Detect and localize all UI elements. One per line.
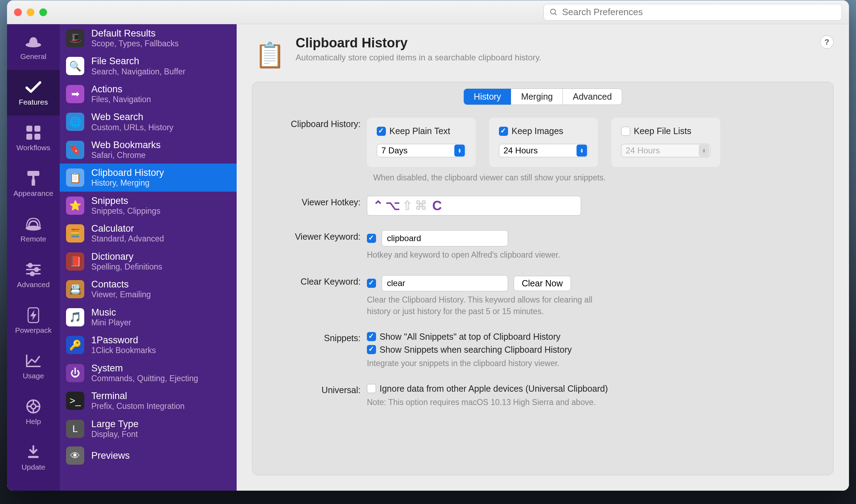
file-lists-duration-select: 24 Hours▴▾	[621, 144, 710, 157]
label-snippets: Snippets:	[270, 332, 367, 343]
minimize-button[interactable]	[27, 8, 34, 16]
feature-system[interactable]: ⏻SystemCommands, Quitting, Ejecting	[60, 359, 237, 387]
shift-modifier-icon: ⇧	[402, 198, 413, 213]
feature-terminal[interactable]: >_TerminalPrefix, Custom Integration	[60, 387, 237, 415]
grid-icon	[24, 125, 43, 141]
feature-icon: ➡	[66, 85, 84, 103]
feature-icon: 🧮	[66, 224, 84, 243]
card-file-lists: Keep File Lists 24 Hours▴▾	[611, 118, 720, 167]
feature-file-search[interactable]: 🔍File SearchSearch, Navigation, Buffer	[60, 52, 237, 80]
select-arrows-icon: ▴▾	[454, 145, 465, 157]
search-preferences[interactable]	[544, 4, 842, 21]
page-header: 📋 Clipboard History Automatically store …	[237, 24, 849, 82]
feature-title: Actions	[91, 84, 151, 95]
svg-rect-8	[32, 176, 34, 179]
rail-features[interactable]: Features	[7, 70, 60, 115]
rail-label: Update	[21, 463, 45, 471]
search-input[interactable]	[562, 7, 836, 18]
svg-rect-6	[34, 134, 40, 140]
keep-plain-text-checkbox[interactable]	[377, 127, 386, 136]
show-all-snippets-checkbox[interactable]	[367, 332, 376, 341]
rail-label: Advanced	[17, 280, 50, 289]
tab-merging[interactable]: Merging	[511, 89, 563, 105]
main-content: 📋 Clipboard History Automatically store …	[237, 24, 849, 491]
svg-rect-25	[28, 456, 39, 458]
zoom-button[interactable]	[39, 8, 47, 16]
hint-disabled: When disabled, the clipboard viewer can …	[373, 172, 816, 183]
rail-advanced[interactable]: Advanced	[7, 252, 60, 298]
svg-point-12	[28, 264, 32, 267]
clear-now-button[interactable]: Clear Now	[514, 276, 571, 291]
rail-workflows[interactable]: Workflows	[7, 115, 60, 161]
preferences-window: GeneralFeaturesWorkflowsAppearanceRemote…	[7, 0, 849, 491]
show-snippets-search-checkbox[interactable]	[367, 345, 376, 354]
svg-point-16	[31, 272, 34, 276]
rail-powerpack[interactable]: Powerpack	[7, 298, 60, 344]
plain-text-duration-select[interactable]: 7 Days▴▾	[377, 144, 466, 157]
feature-list[interactable]: 🎩Default ResultsScope, Types, Fallbacks🔍…	[60, 24, 237, 491]
rail-label: Powerpack	[15, 326, 52, 334]
feature-large-type[interactable]: LLarge TypeDisplay, Font	[60, 415, 237, 443]
opt-modifier-icon: ⌥	[386, 198, 400, 213]
feature-icon: 🎵	[66, 308, 84, 326]
feature-title: Clipboard History	[91, 167, 164, 178]
feature-subtitle: Mini Player	[91, 318, 131, 327]
feature-contacts[interactable]: 📇ContactsViewer, Emailing	[60, 275, 237, 303]
feature-icon: 📇	[66, 280, 84, 298]
help-button[interactable]: ?	[820, 35, 834, 49]
rail-help[interactable]: Help	[7, 389, 60, 435]
tab-history[interactable]: History	[464, 89, 511, 105]
feature-dictionary[interactable]: 📕DictionarySpelling, Definitions	[60, 247, 237, 275]
titlebar	[7, 0, 849, 24]
hint-universal: Note: This option requires macOS 10.13 H…	[367, 397, 613, 408]
feature-web-search[interactable]: 🌐Web SearchCustom, URLs, History	[60, 108, 237, 135]
feature-title: 1Password	[91, 335, 156, 346]
ignore-universal-checkbox[interactable]	[367, 384, 376, 393]
tab-advanced[interactable]: Advanced	[563, 89, 621, 105]
rail-general[interactable]: General	[7, 24, 60, 70]
card-images: Keep Images 24 Hours▴▾	[489, 118, 598, 167]
feature-music[interactable]: 🎵MusicMini Player	[60, 303, 237, 331]
keep-images-checkbox[interactable]	[499, 127, 508, 136]
rail-update[interactable]: Update	[7, 435, 60, 480]
feature-icon: 🔑	[66, 336, 84, 354]
rail-usage[interactable]: Usage	[7, 344, 60, 389]
feature-subtitle: Display, Font	[91, 430, 139, 439]
feature-default-results[interactable]: 🎩Default ResultsScope, Types, Fallbacks	[60, 24, 237, 52]
feature-web-bookmarks[interactable]: 🔖Web BookmarksSafari, Chrome	[60, 136, 237, 164]
page-subtitle: Automatically store copied items in a se…	[296, 53, 541, 62]
ignore-universal-label: Ignore data from other Apple devices (Un…	[380, 384, 608, 394]
tab-bar: HistoryMergingAdvanced	[463, 88, 622, 105]
viewer-keyword-checkbox[interactable]	[367, 234, 376, 243]
feature-icon: 🔖	[66, 141, 84, 159]
feature-title: Contacts	[91, 279, 151, 290]
feature-clipboard-history[interactable]: 📋Clipboard HistoryHistory, Merging	[60, 164, 237, 191]
feature-subtitle: Files, Navigation	[91, 95, 151, 104]
keep-file-lists-checkbox[interactable]	[621, 127, 630, 136]
feature-1password[interactable]: 🔑1Password1Click Bookmarks	[60, 331, 237, 359]
feature-subtitle: Spelling, Definitions	[91, 262, 162, 271]
feature-icon: ⭐	[66, 197, 84, 215]
clear-keyword-checkbox[interactable]	[367, 279, 376, 288]
feature-subtitle: Commands, Quitting, Ejecting	[91, 374, 198, 383]
images-duration-select[interactable]: 24 Hours▴▾	[499, 144, 588, 157]
close-button[interactable]	[14, 8, 22, 16]
feature-subtitle: Safari, Chrome	[91, 151, 161, 160]
svg-point-0	[551, 9, 555, 14]
hotkey-field[interactable]: ⌃ ⌥ ⇧ ⌘ C	[367, 196, 581, 215]
feature-actions[interactable]: ➡ActionsFiles, Navigation	[60, 80, 237, 108]
svg-marker-18	[30, 310, 37, 320]
rail-appearance[interactable]: Appearance	[7, 161, 60, 207]
hint-clear: Clear the Clipboard History. This keywor…	[367, 294, 613, 317]
feature-previews[interactable]: 👁Previews	[60, 443, 237, 469]
download-icon	[24, 444, 43, 460]
feature-icon: ⏻	[66, 364, 84, 382]
label-clear-keyword: Clear Keyword:	[270, 275, 367, 287]
label-viewer-hotkey: Viewer Hotkey:	[270, 196, 367, 207]
feature-calculator[interactable]: 🧮CalculatorStandard, Advanced	[60, 219, 237, 247]
rail-remote[interactable]: Remote	[7, 207, 60, 252]
svg-point-14	[35, 268, 38, 271]
viewer-keyword-input[interactable]	[382, 230, 508, 246]
clear-keyword-input[interactable]	[382, 275, 508, 291]
feature-snippets[interactable]: ⭐SnippetsSnippets, Clippings	[60, 192, 237, 219]
